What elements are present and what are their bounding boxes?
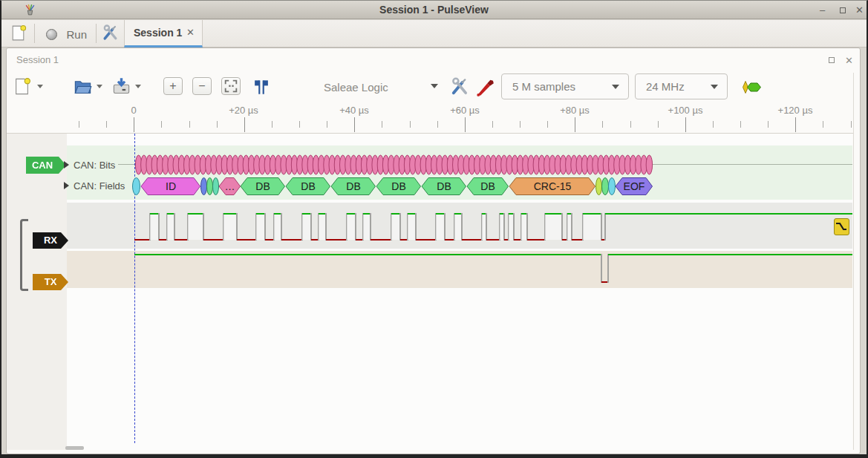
pulseview-window: Session 1 - PulseView – ✕ Run Session 1 …: [0, 0, 868, 458]
field-annotation-crc-15[interactable]: CRC-15: [509, 177, 595, 195]
horizontal-scrollbar-handle[interactable]: [65, 446, 84, 450]
field-annotation-db[interactable]: DB: [241, 177, 285, 195]
field-annotation-sliver[interactable]: [212, 177, 219, 195]
rx-wave-segment: [223, 213, 237, 215]
field-annotation-…[interactable]: …: [219, 177, 241, 195]
rx-wave-edge: [444, 213, 446, 241]
device-selector[interactable]: Saleae Logic: [324, 81, 388, 94]
toolbar-separator: [34, 24, 35, 43]
svg-text:DB: DB: [480, 180, 495, 192]
rx-wave-segment: [203, 239, 223, 241]
rx-wave-segment: [583, 213, 601, 215]
ruler-tick: [575, 117, 575, 132]
run-button[interactable]: Run: [46, 27, 87, 41]
rx-wave-segment: [605, 213, 852, 215]
field-annotation-id[interactable]: ID: [141, 177, 200, 195]
channels-probe-button[interactable]: [475, 76, 496, 97]
ruler-tick: [161, 121, 162, 128]
field-annotation-db[interactable]: DB: [467, 177, 509, 195]
field-annotation-db[interactable]: DB: [331, 177, 376, 195]
field-annotation-sliver[interactable]: [608, 177, 616, 195]
ruler-tick: [382, 121, 382, 128]
dock-close-icon[interactable]: ✕: [845, 55, 853, 66]
field-annotation-sliver[interactable]: [132, 177, 140, 195]
zoom-out-button[interactable]: −: [192, 77, 212, 95]
titlebar[interactable]: Session 1 - PulseView – ✕: [1, 1, 867, 19]
signal-tag-rx[interactable]: RX: [33, 232, 68, 249]
rx-pulse-fill: [223, 215, 237, 240]
ruler-tick: [492, 121, 493, 128]
dock-float-icon[interactable]: [829, 57, 835, 63]
row-expand-icon[interactable]: [64, 182, 69, 189]
rx-wave-edge: [604, 213, 606, 241]
signal-tag-tx[interactable]: TX: [33, 274, 68, 290]
maximize-button[interactable]: [840, 7, 846, 13]
chevron-down-icon: [711, 85, 718, 89]
svg-text:EOF: EOF: [624, 180, 645, 192]
rx-wave-edge: [601, 213, 602, 241]
settings-button[interactable]: [101, 24, 120, 42]
show-cursors-button[interactable]: [252, 77, 271, 96]
decoder-tag-can[interactable]: CAN: [26, 157, 66, 174]
ruler-tick: [630, 121, 631, 128]
add-decoder-button[interactable]: [741, 79, 763, 95]
rx-wave-segment: [237, 239, 256, 241]
sample-rate-select[interactable]: 24 MHz: [635, 73, 728, 99]
tab-close-icon[interactable]: ✕: [186, 27, 195, 38]
ruler-tick: [823, 121, 823, 128]
run-label: Run: [66, 28, 87, 41]
rx-pulse-fill: [583, 215, 601, 240]
ruler-tick: [299, 121, 300, 128]
configure-device-button[interactable]: [449, 76, 470, 97]
ruler-tick: [244, 117, 245, 132]
rx-wave-segment: [134, 239, 150, 241]
ruler-tick: [768, 121, 769, 128]
open-button[interactable]: [73, 76, 93, 96]
rx-wave-edge: [399, 213, 401, 241]
ruler-tick: [658, 121, 659, 128]
rx-wave-segment: [462, 239, 482, 241]
device-dropdown-icon[interactable]: [431, 84, 438, 88]
decoder-row-label-fields[interactable]: CAN: Fields: [74, 180, 125, 192]
ruler-tick: [327, 121, 327, 128]
field-annotation-eof[interactable]: EOF: [616, 177, 653, 195]
ruler-tick: [547, 121, 548, 128]
field-annotation-db[interactable]: DB: [286, 177, 330, 195]
open-dropdown-icon[interactable]: [97, 85, 102, 88]
ruler-tick: [410, 121, 411, 128]
tab-session-1[interactable]: Session 1 ✕: [124, 20, 203, 48]
svg-text:DB: DB: [346, 180, 360, 192]
sample-rate-value: 24 MHz: [646, 80, 685, 93]
new-file-dropdown-icon[interactable]: [37, 85, 43, 88]
ruler-label: +100 µs: [652, 105, 719, 116]
trigger-marker[interactable]: [834, 218, 849, 235]
ruler-tick: [354, 117, 355, 132]
rx-wave-segment: [416, 239, 436, 241]
minimize-button[interactable]: –: [820, 4, 825, 16]
ruler-label: +120 µs: [762, 105, 829, 116]
zoom-fit-button[interactable]: [221, 77, 241, 95]
rx-wave-edge: [325, 213, 327, 241]
close-button[interactable]: ✕: [855, 4, 864, 16]
run-state-icon: [46, 29, 57, 40]
sample-count-select[interactable]: 5 M samples: [501, 73, 629, 99]
ruler-tick: [795, 117, 796, 132]
save-button[interactable]: [111, 76, 131, 96]
new-file-button[interactable]: [12, 76, 32, 96]
ruler-tick: [79, 121, 79, 128]
svg-text:CRC-15: CRC-15: [534, 180, 572, 192]
rx-wave-edge: [561, 213, 563, 241]
new-session-button[interactable]: [9, 24, 27, 42]
rx-wave-segment: [527, 239, 545, 241]
decoder-row-label-bits[interactable]: CAN: Bits: [74, 160, 115, 171]
field-annotation-db[interactable]: DB: [376, 177, 421, 195]
row-expand-icon[interactable]: [64, 161, 69, 169]
ruler-label: +20 µs: [210, 105, 277, 116]
save-dropdown-icon[interactable]: [135, 85, 141, 88]
rx-wave-segment: [371, 239, 391, 241]
signal-group-bracket[interactable]: [20, 219, 28, 291]
ruler-tick: [272, 121, 273, 128]
falling-edge-icon: [835, 219, 848, 234]
zoom-in-button[interactable]: +: [163, 77, 183, 95]
field-annotation-db[interactable]: DB: [422, 177, 466, 195]
